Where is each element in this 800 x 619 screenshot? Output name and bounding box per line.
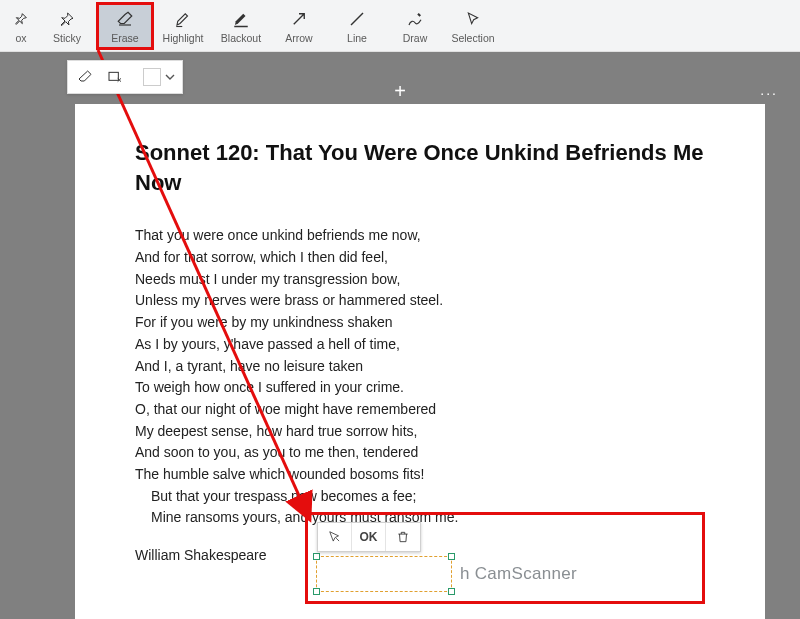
tool-line[interactable]: Line [328,2,386,50]
pin-icon [59,8,75,30]
poem-line: As I by yours, y'have passed a hell of t… [135,334,705,356]
poem-line: The humble salve which wounded bosoms fi… [135,464,705,486]
poem-body: That you were once unkind befriends me n… [135,225,705,529]
tool-label: Selection [451,32,494,44]
tool-blackout[interactable]: Blackout [212,2,270,50]
poem-line: For if you were by my unkindness shaken [135,312,705,334]
poem-line: My deepest sense, how hard true sorrow h… [135,421,705,443]
tool-arrow[interactable]: Arrow [270,2,328,50]
main-toolbar: ox Sticky Erase Highlight Blackout Arrow [0,0,800,52]
poem-line: And for that sorrow, which I then did fe… [135,247,705,269]
tool-sticky[interactable]: Sticky [38,2,96,50]
add-tab-button[interactable]: + [394,80,406,103]
rect-erase-icon[interactable] [101,64,129,90]
erase-options-bar [67,60,183,94]
annotation-erase-area [305,512,705,604]
document-page: Sonnet 120: That You Were Once Unkind Be… [75,104,765,619]
color-swatch [143,68,161,86]
poem-line: That you were once unkind befriends me n… [135,225,705,247]
tool-highlight[interactable]: Highlight [154,2,212,50]
poem-line: Unless my nerves were brass or hammered … [135,290,705,312]
tool-label: Arrow [285,32,312,44]
poem-line: Needs must I under my transgression bow, [135,269,705,291]
page-title: Sonnet 120: That You Were Once Unkind Be… [135,138,705,197]
tool-box[interactable]: ox [4,2,38,50]
more-menu[interactable]: ... [760,82,778,98]
draw-icon [406,8,424,30]
tool-label: Draw [403,32,428,44]
poem-line: But that your trespass now becomes a fee… [135,486,705,508]
workspace: + ... Sonnet 120: That You Were Once Unk… [0,52,800,619]
tool-label: Highlight [163,32,204,44]
tool-draw[interactable]: Draw [386,2,444,50]
pin-icon [13,8,29,30]
tool-selection[interactable]: Selection [444,2,502,50]
arrow-icon [290,8,308,30]
poem-line: To weigh how once I suffered in your cri… [135,377,705,399]
poem-line: And soon to you, as you to me then, tend… [135,442,705,464]
tool-label: Line [347,32,367,44]
cursor-icon [465,8,481,30]
blackout-icon [232,8,250,30]
color-picker[interactable] [139,68,179,86]
poem-line: O, that our night of woe might have reme… [135,399,705,421]
tool-label: Blackout [221,32,261,44]
chevron-down-icon [165,72,175,82]
line-icon [348,8,366,30]
tool-label: Erase [111,32,138,44]
svg-rect-0 [109,72,118,80]
tool-label: Sticky [53,32,81,44]
poem-line: And I, a tyrant, have no leisure taken [135,356,705,378]
eraser-mode-icon[interactable] [71,64,99,90]
tool-label: ox [15,32,26,44]
tool-erase[interactable]: Erase [96,2,154,50]
eraser-icon [115,8,135,30]
highlighter-icon [174,8,192,30]
